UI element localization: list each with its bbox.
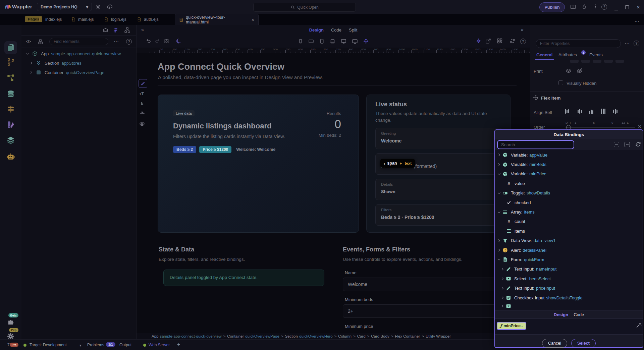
device-tablet-icon[interactable] <box>319 39 324 44</box>
dialog-tab-code[interactable]: Code <box>574 312 584 317</box>
breadcrumb-segment[interactable]: Card Body <box>371 334 389 338</box>
rail-puzzle-icon[interactable]: Beta <box>4 315 17 328</box>
element-tree-item[interactable]: ContainerquickOverviewPage <box>21 68 136 77</box>
binding-tree-item[interactable]: Text Input:priceInput <box>495 283 643 293</box>
theme-droplet-icon[interactable] <box>582 4 587 9</box>
expand-all-icon[interactable] <box>625 142 630 147</box>
canvas-resize-move-icon[interactable] <box>363 39 369 44</box>
qr-code-icon[interactable] <box>497 38 502 44</box>
tab-general[interactable]: General <box>536 52 552 57</box>
info-icon[interactable]: ƙ <box>141 101 143 106</box>
project-selector[interactable]: Demo Projects HQ ▾ <box>37 3 92 11</box>
help-icon[interactable]: ? <box>126 39 132 45</box>
breadcrumb-segment[interactable]: Flex Container <box>395 334 420 338</box>
bindings-search-input[interactable] <box>497 140 574 149</box>
order-slider-knob[interactable] <box>566 125 571 130</box>
window-restore-button[interactable] <box>625 5 629 10</box>
filter-properties-input[interactable] <box>536 39 621 48</box>
binding-tree-item[interactable]: checked <box>495 198 643 207</box>
styles-hanger-icon[interactable] <box>140 111 145 116</box>
quick-open-search[interactable]: Quick Open <box>253 3 356 12</box>
target-selector[interactable]: Target: Development <box>30 343 67 347</box>
align-self-center-button[interactable] <box>578 109 582 114</box>
align-self-stretch-button[interactable] <box>601 109 605 114</box>
tab-split[interactable]: Split <box>349 27 357 33</box>
file-tab[interactable]: index.ejs <box>39 14 62 25</box>
binding-tree-item[interactable]: Text Input:nameInput <box>495 265 643 274</box>
blocks-icon[interactable] <box>38 39 43 45</box>
tab-overflow-menu[interactable]: ... <box>635 18 639 23</box>
element-tree-item[interactable]: Appsample-app-connect-quick-overview <box>21 49 136 58</box>
binding-tree-item[interactable]: Variable:minBeds <box>495 160 643 169</box>
typography-icon[interactable]: тT <box>139 91 144 96</box>
hero-card[interactable]: Live data Dynamic listings dashboard Fil… <box>158 95 359 233</box>
rail-layers-icon[interactable] <box>4 134 17 147</box>
rail-database-icon[interactable] <box>4 88 17 100</box>
tab-attributes[interactable]: Attributes <box>558 52 577 57</box>
breadcrumb-segment[interactable]: Appsample-app-connect-quick-overview <box>152 334 222 338</box>
binding-tree-item[interactable]: Checkbox InputshowDetailsToggle <box>495 293 643 302</box>
find-elements-input[interactable] <box>49 38 108 45</box>
dialog-tab-design[interactable]: Design <box>554 312 568 317</box>
window-close-button[interactable]: × <box>637 6 640 9</box>
visually-hidden-checkbox[interactable] <box>558 80 563 85</box>
file-tab[interactable]: login.ejs <box>104 14 126 25</box>
form-field-input[interactable]: 2+ <box>343 304 511 318</box>
code-view-icon[interactable]: </> <box>26 39 31 44</box>
eye-slash-icon[interactable] <box>577 68 583 74</box>
window-minimize-button[interactable] <box>614 6 618 11</box>
device-tablet-landscape-icon[interactable] <box>308 39 314 44</box>
device-phone-icon[interactable] <box>298 39 303 44</box>
binding-tree-item[interactable]: Alert:detailsPanel <box>495 245 643 255</box>
binding-tree-item[interactable]: Variable:minPrice <box>495 169 643 179</box>
cancel-button[interactable]: Cancel <box>542 339 567 348</box>
rail-swatches-icon[interactable] <box>4 118 17 131</box>
device-tv-icon[interactable] <box>352 39 358 44</box>
more-options-icon[interactable]: ··· <box>625 41 630 46</box>
more-options-icon[interactable]: ··· <box>114 39 119 44</box>
problems-button[interactable]: Problems <box>87 343 104 347</box>
list-view-icon[interactable] <box>114 27 119 33</box>
tab-events[interactable]: Events <box>589 52 603 57</box>
align-self-end-button[interactable] <box>589 109 593 114</box>
visibility-eye-icon[interactable] <box>139 121 145 127</box>
app-connect-bolt-icon[interactable] <box>476 38 481 44</box>
binding-tree-item[interactable]: Array:items <box>495 207 643 217</box>
tab-design[interactable]: Design <box>309 27 324 33</box>
tab-code[interactable]: Code <box>331 27 341 33</box>
refresh-icon[interactable] <box>635 141 641 147</box>
binding-tree-item[interactable]: #count <box>495 217 643 226</box>
breadcrumb-segment[interactable]: Utility Wrapper <box>426 334 451 338</box>
rail-signpost-icon[interactable] <box>4 103 17 115</box>
form-field-input[interactable]: Welcome <box>343 278 511 291</box>
breadcrumb-segment[interactable]: Column <box>338 334 352 338</box>
rail-git-branch-icon[interactable] <box>4 56 17 68</box>
breadcrumb-segment[interactable]: SectionquickOverviewHero <box>285 334 333 338</box>
device-laptop-icon[interactable] <box>330 39 335 44</box>
magic-wand-icon[interactable] <box>636 323 642 328</box>
breadcrumb-segment[interactable]: ContainerquickOverviewPage <box>227 334 279 338</box>
align-self-start-button[interactable] <box>565 109 569 114</box>
refresh-icon[interactable] <box>510 38 515 44</box>
expression-chip[interactable]: ƒ minPrice.. <box>497 322 526 330</box>
help-icon[interactable]: ? <box>520 39 526 44</box>
device-desktop-icon[interactable] <box>341 39 346 44</box>
output-button[interactable]: Output <box>119 343 131 347</box>
rail-robot-icon[interactable] <box>4 150 17 163</box>
rail-pages-icon[interactable] <box>4 41 17 54</box>
eye-icon[interactable] <box>566 68 572 74</box>
sitemap-view-icon[interactable] <box>124 27 130 33</box>
binding-tree-item[interactable]: Variable:appValue <box>495 150 643 160</box>
binding-tree-item[interactable]: #value <box>495 179 643 188</box>
order-slider-track[interactable] <box>566 127 635 128</box>
rail-node-tree-icon[interactable] <box>4 71 17 84</box>
file-tab[interactable]: main.ejs <box>71 14 94 25</box>
binding-tree-item[interactable]: items <box>495 226 643 236</box>
binding-tree-item[interactable]: Data View:data_view1 <box>495 236 643 245</box>
collapse-right-icon[interactable]: » <box>521 27 524 32</box>
help-icon[interactable]: ? <box>634 41 639 46</box>
binding-tree-item-partial[interactable] <box>495 302 643 310</box>
edit-pencil-icon[interactable] <box>139 79 147 88</box>
cloud-sync-icon[interactable] <box>106 4 112 9</box>
panels-layout-icon[interactable] <box>570 4 576 10</box>
